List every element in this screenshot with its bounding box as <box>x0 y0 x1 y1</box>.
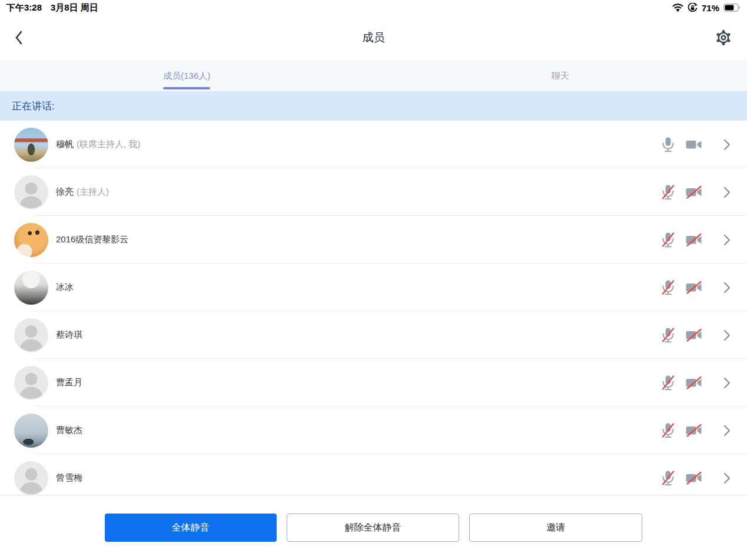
member-name: 冰冰 <box>56 282 74 293</box>
mic-icon <box>661 232 675 248</box>
member-row[interactable]: 曹敏杰 <box>0 406 747 454</box>
member-row[interactable]: 曹孟月 <box>0 359 747 406</box>
chevron-right-icon <box>723 186 731 199</box>
member-name: 曹孟月 <box>56 377 82 388</box>
member-row[interactable]: 蔡诗琪 <box>0 311 747 359</box>
mic-icon <box>661 279 675 295</box>
orientation-lock-icon <box>688 3 698 13</box>
tab-chat-label: 聊天 <box>552 71 569 82</box>
member-row[interactable]: 冰冰 <box>0 264 747 311</box>
speaking-banner-text: 正在讲话: <box>12 99 55 113</box>
active-tab-underline <box>163 87 210 89</box>
mic-icon <box>661 422 675 438</box>
member-role: (主持人) <box>77 186 109 198</box>
member-avatar <box>14 175 48 209</box>
member-list: 穆帆 (联席主持人, 我) <box>0 121 747 495</box>
camera-icon <box>685 328 703 342</box>
wifi-icon <box>672 4 683 12</box>
gear-icon <box>715 29 732 46</box>
chevron-right-icon <box>723 424 731 437</box>
camera-icon <box>685 233 703 247</box>
header: 成员 <box>0 14 747 61</box>
member-name: 2016级信资黎影云 <box>56 234 128 245</box>
mic-icon <box>661 136 675 152</box>
battery-icon <box>723 4 741 12</box>
member-row[interactable]: 穆帆 (联席主持人, 我) <box>0 121 747 168</box>
tab-members-label: 成员(136人) <box>163 71 210 82</box>
member-name: 蔡诗琪 <box>56 329 82 341</box>
tab-members[interactable]: 成员(136人) <box>0 61 374 91</box>
page-title: 成员 <box>0 30 747 45</box>
camera-icon <box>685 138 703 152</box>
chevron-right-icon <box>723 234 731 246</box>
unmute-all-button[interactable]: 解除全体静音 <box>287 514 460 542</box>
mic-icon <box>661 327 675 343</box>
member-role: (联席主持人, 我) <box>77 139 140 150</box>
member-row[interactable]: 徐亮 (主持人) <box>0 168 747 216</box>
member-avatar <box>14 128 48 162</box>
status-right: 71% <box>672 3 741 13</box>
member-name: 曾雪梅 <box>56 472 82 484</box>
tab-bar: 成员(136人) 聊天 <box>0 61 747 91</box>
member-avatar <box>14 318 48 352</box>
member-avatar <box>14 223 48 257</box>
member-name: 曹敏杰 <box>56 425 82 436</box>
mic-icon <box>661 375 675 391</box>
footer-bar: 全体静音 解除全体静音 邀请 <box>0 495 747 560</box>
member-row[interactable]: 曾雪梅 <box>0 454 747 495</box>
chevron-right-icon <box>723 472 731 485</box>
mic-icon <box>661 184 675 200</box>
chevron-right-icon <box>723 281 731 294</box>
camera-icon <box>685 376 703 390</box>
speaking-banner: 正在讲话: <box>0 91 747 121</box>
member-avatar <box>14 366 48 400</box>
chevron-right-icon <box>723 329 731 342</box>
camera-icon <box>685 424 703 438</box>
member-name: 穆帆 <box>56 139 74 150</box>
chevron-right-icon <box>723 138 731 151</box>
settings-button[interactable] <box>715 29 732 46</box>
status-bar: 下午3:28 3月8日 周日 71% <box>0 0 747 14</box>
status-date: 3月8日 周日 <box>51 2 98 14</box>
status-time: 下午3:28 <box>6 2 42 14</box>
chevron-right-icon <box>723 376 731 389</box>
tab-chat[interactable]: 聊天 <box>374 61 747 91</box>
member-name: 徐亮 <box>56 186 74 198</box>
camera-icon <box>685 185 703 199</box>
invite-button[interactable]: 邀请 <box>469 514 642 542</box>
camera-icon <box>685 471 703 485</box>
member-row[interactable]: 2016级信资黎影云 <box>0 216 747 264</box>
battery-percent: 71% <box>702 3 719 13</box>
member-avatar <box>14 271 48 305</box>
status-left: 下午3:28 3月8日 周日 <box>6 2 98 14</box>
mute-all-button[interactable]: 全体静音 <box>105 514 277 542</box>
member-avatar <box>14 461 48 495</box>
mic-icon <box>661 470 675 486</box>
camera-icon <box>685 281 703 295</box>
member-avatar <box>14 414 48 448</box>
